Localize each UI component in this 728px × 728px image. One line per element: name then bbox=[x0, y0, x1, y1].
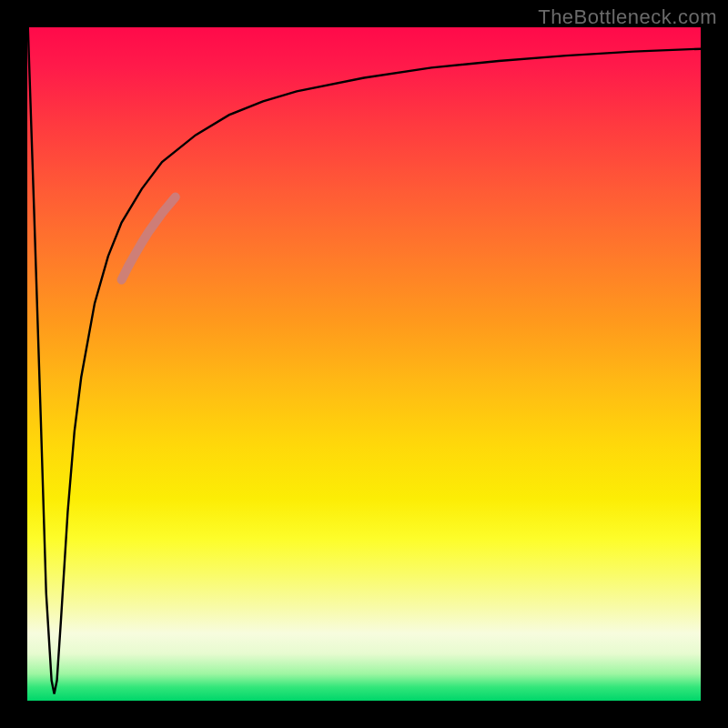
plot-area bbox=[27, 27, 701, 701]
curve-svg bbox=[27, 27, 701, 701]
watermark-text: TheBottleneck.com bbox=[538, 5, 717, 29]
chart-frame: TheBottleneck.com bbox=[0, 0, 728, 728]
bottleneck-curve-path bbox=[28, 27, 701, 694]
